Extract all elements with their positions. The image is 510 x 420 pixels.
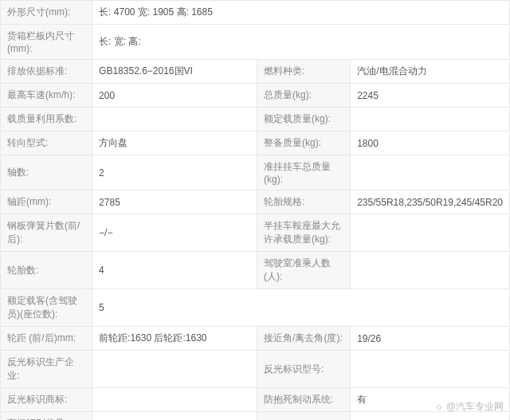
val-fuel: 汽油/电混合动力 [351, 60, 510, 84]
val-reflmodel [351, 351, 510, 388]
label-topspeed: 最高车速(km/h): [1, 84, 92, 108]
val-tirecount: 4 [92, 252, 257, 289]
val-cargo: 长: 宽: 高: [92, 25, 510, 60]
label-loadfactor: 载质量利用系数: [1, 108, 92, 131]
label-fuel: 燃料种类: [257, 60, 351, 84]
table-row: 轴数: 2 准挂挂车总质量(kg): [1, 155, 510, 190]
label-axles: 轴数: [1, 155, 92, 190]
label-tirespec: 轮胎规格: [257, 190, 351, 214]
table-row: 轮距 (前/后)mm: 前轮距:1630 后轮距:1630 接近角/离去角(度)… [1, 327, 510, 351]
watermark: ☼ @汽车专业网 [434, 400, 504, 414]
label-dimensions: 外形尺寸(mm): [1, 1, 92, 25]
val-cabpass [351, 252, 510, 289]
label-emission: 排放依据标准: [1, 60, 92, 84]
val-ratedpass: 5 [92, 289, 510, 327]
table-row: 轮胎数: 4 驾驶室准乘人数(人): [1, 252, 510, 289]
table-row: 反光标识商标: 防抱死制动系统: 有 [1, 388, 510, 412]
label-tirecount: 轮胎数: [1, 252, 92, 289]
val-topspeed: 200 [92, 84, 257, 108]
label-steer: 转向型式: [1, 131, 92, 155]
val-axles: 2 [92, 155, 257, 190]
label-ratedmass: 额定载质量(kg): [257, 108, 351, 131]
label-cabpass: 驾驶室准乘人数(人): [257, 252, 351, 289]
vehicle-spec-table: 外形尺寸(mm): 长: 4700 宽: 1905 高: 1685 货箱栏板内尺… [0, 0, 510, 420]
label-spring: 钢板弹簧片数(前/后): [1, 214, 92, 252]
val-spring: −/− [92, 214, 257, 252]
table-row: 额定载客(含驾驶员)(座位数): 5 [1, 289, 510, 327]
val-trailermass [351, 155, 510, 190]
label-totalmass: 总质量(kg): [257, 84, 351, 108]
val-steer: 方向盘 [92, 131, 257, 155]
label-overhang: 前悬/后悬(mm): [257, 412, 351, 421]
label-vin: 车辆识别代号(VIN): [1, 412, 92, 421]
val-saddle [351, 214, 510, 252]
val-refltm [92, 388, 257, 412]
val-curbmass: 1800 [351, 131, 510, 155]
table-row: 排放依据标准: GB18352.6−2016国VI 燃料种类: 汽油/电混合动力 [1, 60, 510, 84]
val-wheelbase: 2785 [92, 190, 257, 214]
label-trailermass: 准挂挂车总质量(kg): [257, 155, 351, 190]
label-refltm: 反光标识商标: [1, 388, 92, 412]
val-vin: LB378LCZ××××××××× [92, 412, 257, 421]
table-row: 最高车速(km/h): 200 总质量(kg): 2245 [1, 84, 510, 108]
val-tirespec: 235/55R18,235/50R19,245/45R20 [351, 190, 510, 214]
val-ratedmass [351, 108, 510, 131]
table-row: 钢板弹簧片数(前/后): −/− 半挂车鞍座最大允许承载质量(kg): [1, 214, 510, 252]
table-row: 车辆识别代号(VIN): LB378LCZ××××××××× 前悬/后悬(mm)… [1, 412, 510, 421]
label-cargo: 货箱栏板内尺寸(mm): [1, 25, 92, 60]
val-totalmass: 2245 [351, 84, 510, 108]
table-row: 反光标识生产企业: 反光标识型号: [1, 351, 510, 388]
val-track: 前轮距:1630 后轮距:1630 [92, 327, 257, 351]
table-row: 轴距(mm): 2785 轮胎规格: 235/55R18,235/50R19,2… [1, 190, 510, 214]
table-row: 转向型式: 方向盘 整备质量(kg): 1800 [1, 131, 510, 155]
val-loadfactor [92, 108, 257, 131]
val-emission: GB18352.6−2016国VI [92, 60, 257, 84]
val-angles: 19/26 [351, 327, 510, 351]
table-row: 载质量利用系数: 额定载质量(kg): [1, 108, 510, 131]
table-row: 外形尺寸(mm): 长: 4700 宽: 1905 高: 1685 [1, 1, 510, 25]
label-wheelbase: 轴距(mm): [1, 190, 92, 214]
label-track: 轮距 (前/后)mm: [1, 327, 92, 351]
label-saddle: 半挂车鞍座最大允许承载质量(kg): [257, 214, 351, 252]
table-row: 货箱栏板内尺寸(mm): 长: 宽: 高: [1, 25, 510, 60]
label-angles: 接近角/离去角(度): [257, 327, 351, 351]
val-reflmfr [92, 351, 257, 388]
label-reflmodel: 反光标识型号: [257, 351, 351, 388]
label-curbmass: 整备质量(kg): [257, 131, 351, 155]
label-abs: 防抱死制动系统: [257, 388, 351, 412]
label-ratedpass: 额定载客(含驾驶员)(座位数): [1, 289, 92, 327]
val-dimensions: 长: 4700 宽: 1905 高: 1685 [92, 1, 510, 25]
label-reflmfr: 反光标识生产企业: [1, 351, 92, 388]
